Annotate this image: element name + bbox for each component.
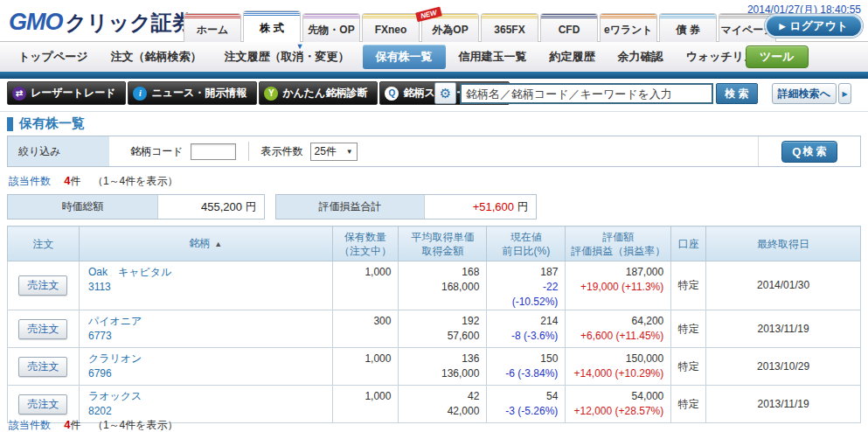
magnifier-icon: Q xyxy=(385,87,399,101)
current-price: 54 xyxy=(494,389,558,404)
quantity-cell: 1,000 xyxy=(332,348,399,386)
col-valuation: 評価額評価損益（損益率） xyxy=(566,226,671,261)
logout-button[interactable]: ▶ ログアウト xyxy=(765,14,863,38)
col-name-sortable[interactable]: 銘柄▲ xyxy=(79,226,332,261)
logo-gmo: GMO xyxy=(9,9,63,35)
market-value-box: 時価総額 455,200 円 xyxy=(7,194,265,219)
search-settings-button[interactable]: ⚙ xyxy=(434,82,456,104)
stock-code[interactable]: 8202 xyxy=(88,404,325,419)
profit-loss: +19,000 (+11.3%) xyxy=(573,280,663,295)
search-button[interactable]: 検 索 xyxy=(716,83,758,104)
current-price: 150 xyxy=(494,352,558,366)
table-row: 売注文 パイオニア6773 300 19257,600 214-8 (-3.6%… xyxy=(8,310,861,348)
tab-stocks[interactable]: 株 式 xyxy=(243,10,301,42)
table-header-row: 注文 銘柄▲ 保有数量（注文中） 平均取得単価取得金額 現在値前日比(%) 評価… xyxy=(8,226,861,261)
valuation: 54,000 xyxy=(573,389,663,404)
nav-divider-bar xyxy=(0,72,868,79)
stock-search-input[interactable] xyxy=(460,83,713,104)
sell-order-button[interactable]: 売注文 xyxy=(18,319,67,339)
laser-trade-button[interactable]: ⇄ レーザートレード xyxy=(7,81,126,105)
last-acquired-date: 2013/11/19 xyxy=(706,310,861,348)
easy-diagnosis-button[interactable]: Y かんたん銘柄診断 xyxy=(259,81,378,105)
col-last-acquired: 最終取得日 xyxy=(706,226,861,261)
avg-price: 192 xyxy=(406,314,479,329)
stock-code-label: 銘柄コード xyxy=(130,144,184,159)
valuation: 150,000 xyxy=(573,352,663,366)
nav-item-margin-positions[interactable]: 信用建玉一覧 xyxy=(448,42,538,72)
summary-panel: 時価総額 455,200 円 評価損益合計 +51,600 円 xyxy=(7,194,537,219)
cost: 168,000 xyxy=(406,280,479,295)
last-acquired-date: 2014/01/30 xyxy=(706,261,861,310)
product-tabs: ホーム 株 式 先物・OP FXneo NEW外為OP 365FX CFD eワ… xyxy=(184,10,778,42)
account-type: 特定 xyxy=(671,386,706,423)
nav-item-buying-power[interactable]: 余力確認 xyxy=(607,42,675,72)
stock-name-link[interactable]: ラオックス xyxy=(88,389,325,404)
table-row: 売注文 Oak キャピタル3113 1,000 168168,000 187-2… xyxy=(8,261,861,310)
valuation: 187,000 xyxy=(573,265,663,280)
tools-button[interactable]: ツール xyxy=(746,45,809,68)
swap-arrows-icon: ⇄ xyxy=(12,87,26,101)
result-count-bottom: 該当件数 4件 （1～4件を表示） xyxy=(9,418,178,432)
tab-home[interactable]: ホーム xyxy=(184,13,241,42)
stock-name-link[interactable]: Oak キャピタル xyxy=(88,265,325,280)
col-quantity: 保有数量（注文中） xyxy=(332,226,399,261)
pl-total-value: +51,600 xyxy=(473,200,514,213)
tab-cfd[interactable]: CFD xyxy=(540,13,598,42)
result-range: （1～4件を表示） xyxy=(93,175,178,187)
tab-futures-op[interactable]: 先物・OP xyxy=(302,13,360,42)
tab-fxneo[interactable]: FXneo xyxy=(362,13,420,42)
news-disclosure-button[interactable]: i ニュース・開示情報 xyxy=(128,81,257,105)
active-tab-pointer-icon: ▼ xyxy=(269,42,330,51)
nav-item-holdings[interactable]: 保有株一覧 xyxy=(363,45,446,69)
divider xyxy=(248,142,249,161)
profit-loss: +6,600 (+11.45%) xyxy=(573,329,663,344)
current-price: 214 xyxy=(494,314,558,329)
nav-item-order[interactable]: 注文（銘柄検索） xyxy=(100,42,213,72)
sell-order-button[interactable]: 売注文 xyxy=(18,394,67,415)
result-count-top: 該当件数 4件 （1～4件を表示） xyxy=(9,174,178,189)
nav-item-top-page[interactable]: トップページ xyxy=(7,42,100,72)
sell-order-button[interactable]: 売注文 xyxy=(18,275,67,296)
advanced-search-button[interactable]: 詳細検索へ xyxy=(772,83,837,104)
filter-search-button[interactable]: Q 検 索 xyxy=(781,141,837,163)
pl-total-box: 評価損益合計 +51,600 円 xyxy=(275,194,537,219)
avg-price: 136 xyxy=(406,352,479,366)
stock-name-link[interactable]: クラリオン xyxy=(88,352,325,366)
app-window: GMOクリック証券 2014/01/27(月) 18:40:55 ホーム 株 式… xyxy=(0,0,868,432)
account-type: 特定 xyxy=(671,261,706,310)
tab-bonds[interactable]: 債 券 xyxy=(659,13,717,42)
last-acquired-date: 2013/11/19 xyxy=(706,386,861,423)
filter-panel: 絞り込み 銘柄コード 表示件数 25件 ▼ Q 検 索 xyxy=(7,136,861,167)
col-avg-price: 平均取得単価取得金額 xyxy=(399,226,487,261)
advanced-search-arrow-icon[interactable]: ▶ xyxy=(838,83,851,104)
nav-item-executions[interactable]: 約定履歴 xyxy=(538,42,607,72)
account-type: 特定 xyxy=(671,310,706,348)
result-range: （1～4件を表示） xyxy=(93,419,178,431)
account-type: 特定 xyxy=(671,348,706,386)
day-change: -3 (-5.26%) xyxy=(494,404,558,419)
display-count-select[interactable]: 25件 ▼ xyxy=(310,143,358,161)
market-value-label: 時価総額 xyxy=(8,195,158,219)
current-price: 187 xyxy=(494,265,558,280)
divider xyxy=(0,111,868,112)
stock-code-input[interactable] xyxy=(191,143,236,160)
cost: 42,000 xyxy=(406,404,479,419)
sell-order-button[interactable]: 売注文 xyxy=(18,357,67,377)
cost: 136,000 xyxy=(406,366,479,381)
cost: 57,600 xyxy=(406,329,479,344)
stock-code[interactable]: 3113 xyxy=(88,280,325,295)
profit-loss: +12,000 (+28.57%) xyxy=(573,404,663,419)
stock-code[interactable]: 6796 xyxy=(88,366,325,381)
tab-ewarrant[interactable]: eワラント xyxy=(600,13,657,42)
stock-code[interactable]: 6773 xyxy=(88,329,325,344)
avg-price: 168 xyxy=(406,265,479,280)
stock-name-link[interactable]: パイオニア xyxy=(88,314,325,329)
day-change: -8 (-3.6%) xyxy=(494,329,558,344)
magnifier-icon: Q xyxy=(792,145,801,158)
filter-section-label: 絞り込み xyxy=(8,136,109,166)
quantity-cell: 1,000 xyxy=(332,261,399,310)
last-acquired-date: 2013/10/29 xyxy=(706,348,861,386)
tab-365fx[interactable]: 365FX xyxy=(481,13,538,42)
tab-gaitame-op[interactable]: NEW外為OP xyxy=(421,13,479,42)
chevron-down-icon: ▼ xyxy=(346,148,353,156)
